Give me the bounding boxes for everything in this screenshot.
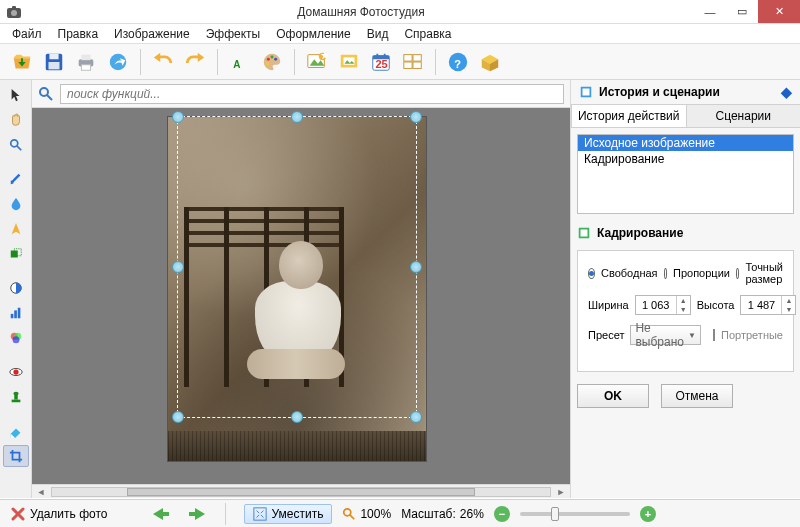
tab-scenarios[interactable]: Сценарии [686,104,801,127]
collage-button[interactable] [399,48,427,76]
radio-exact[interactable] [736,268,739,279]
palette-button[interactable] [258,48,286,76]
menu-view[interactable]: Вид [359,25,397,43]
close-button[interactable]: ✕ [758,0,800,23]
radio-proportions[interactable] [664,268,667,279]
portrait-checkbox[interactable] [713,329,715,341]
photo[interactable] [167,116,427,462]
tool-brush[interactable] [3,168,29,190]
delete-photo-button[interactable]: Удалить фото [10,506,107,522]
open-button[interactable] [8,48,36,76]
menu-effects[interactable]: Эффекты [198,25,269,43]
crop-marquee[interactable] [177,116,417,418]
undo-button[interactable] [149,48,177,76]
tool-blur[interactable] [3,193,29,215]
svg-rect-51 [11,400,20,403]
menu-file[interactable]: Файл [4,25,50,43]
zoom-100-label: 100% [360,507,391,521]
height-input[interactable]: 1 487▲▼ [740,295,796,315]
menu-help[interactable]: Справка [396,25,459,43]
crop-handle-e[interactable] [410,261,422,273]
crop-handle-se[interactable] [410,411,422,423]
width-input[interactable]: 1 063▲▼ [635,295,691,315]
maximize-button[interactable]: ▭ [726,0,758,23]
tool-eraser[interactable] [3,420,29,442]
menu-decoration[interactable]: Оформление [268,25,358,43]
menu-image[interactable]: Изображение [106,25,198,43]
svg-point-37 [10,140,17,147]
history-icon [579,85,593,99]
redo-button[interactable] [181,48,209,76]
fit-label: Уместить [271,507,323,521]
frame-button[interactable] [335,48,363,76]
tool-pointer[interactable] [3,84,29,106]
canvas[interactable] [32,108,570,484]
zoom-out-button[interactable]: − [494,506,510,522]
function-search [32,80,570,108]
print-button[interactable] [72,48,100,76]
text-tool-button[interactable]: A [226,48,254,76]
preset-label: Пресет [588,329,624,341]
save-button[interactable] [40,48,68,76]
history-list[interactable]: Исходное изображение Кадрирование [577,134,794,214]
scale-label: Масштаб: [401,507,456,521]
history-item-original[interactable]: Исходное изображение [578,135,793,151]
tool-crop[interactable] [3,445,29,467]
zoom-slider[interactable] [520,512,630,516]
tool-red-eye[interactable] [3,361,29,383]
zoom-100-button[interactable]: 100% [342,507,391,521]
image-enhance-button[interactable]: ★ [303,48,331,76]
fit-icon [253,507,267,521]
share-button[interactable] [104,48,132,76]
radio-free[interactable] [588,268,595,279]
tool-clone[interactable] [3,243,29,265]
prev-button[interactable] [151,506,171,522]
crop-handle-n[interactable] [291,111,303,123]
svg-rect-66 [254,507,266,519]
svg-line-38 [16,146,20,150]
zoom-in-button[interactable]: + [640,506,656,522]
svg-rect-44 [14,310,17,318]
svg-rect-4 [49,53,58,59]
svg-rect-43 [10,314,13,318]
horizontal-scrollbar[interactable]: ◄ ► [32,484,570,498]
fit-button[interactable]: Уместить [244,504,332,524]
tool-zoom[interactable] [3,134,29,156]
tool-color-balance[interactable] [3,327,29,349]
zoom-100-icon [342,507,356,521]
crop-handle-sw[interactable] [172,411,184,423]
history-item-crop[interactable]: Кадрирование [578,151,793,167]
svg-rect-28 [413,54,421,60]
svg-rect-1 [12,6,16,9]
delete-icon [10,506,26,522]
svg-point-12 [271,55,274,58]
svg-point-2 [11,10,17,16]
tool-contrast[interactable] [3,277,29,299]
cancel-button[interactable]: Отмена [661,384,733,408]
svg-marker-64 [153,508,169,520]
tool-sharpen[interactable] [3,218,29,240]
next-button[interactable] [187,506,207,522]
crop-handle-s[interactable] [291,411,303,423]
svg-point-56 [40,88,48,96]
menu-edit[interactable]: Правка [50,25,107,43]
box-button[interactable] [476,48,504,76]
help-toolbar-button[interactable]: ? [444,48,472,76]
minimize-button[interactable]: — [694,0,726,23]
tool-hand[interactable] [3,109,29,131]
tool-stamp[interactable] [3,386,29,408]
main-area: ◄ ► История и сценарии ◆ История действи… [0,80,800,498]
crop-handle-nw[interactable] [172,111,184,123]
crop-handle-w[interactable] [172,261,184,273]
ok-button[interactable]: OK [577,384,649,408]
tool-levels[interactable] [3,302,29,324]
search-input[interactable] [60,84,564,104]
portrait-label: Портретные [721,329,783,341]
calendar-button[interactable]: 25 [367,48,395,76]
svg-marker-36 [11,89,19,101]
collapse-icon[interactable]: ◆ [781,84,792,100]
preset-select[interactable]: Не выбрано▼ [630,325,700,345]
crop-handle-ne[interactable] [410,111,422,123]
svg-rect-8 [81,64,90,70]
tab-history[interactable]: История действий [571,104,687,127]
